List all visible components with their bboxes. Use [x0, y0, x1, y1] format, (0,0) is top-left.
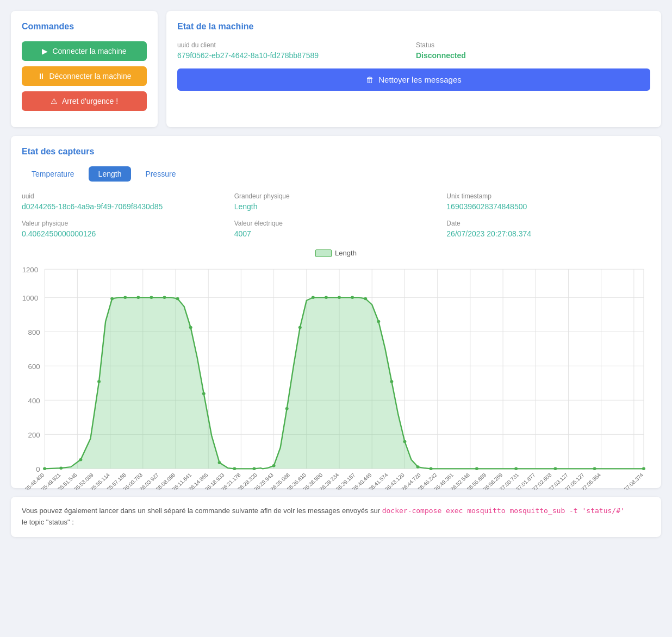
- svg-text:800: 800: [28, 328, 40, 336]
- date-block: Date 26/07/2023 20:27:08.374: [446, 220, 650, 238]
- svg-point-53: [325, 296, 328, 299]
- valeur-physique-value: 0.4062450000000126: [22, 229, 226, 238]
- legend-label: Length: [335, 249, 357, 257]
- svg-point-64: [553, 467, 557, 471]
- trash-icon: 🗑: [366, 75, 374, 84]
- svg-point-62: [475, 467, 478, 471]
- svg-point-59: [403, 440, 406, 444]
- svg-point-61: [430, 467, 433, 471]
- uuid-value: 679f0562-eb27-4642-8a10-fd278bb87589: [177, 51, 412, 60]
- commands-card: Commandes ▶ Connecter la machine ⏸ Décon…: [11, 11, 158, 127]
- svg-point-54: [338, 296, 341, 299]
- svg-point-37: [97, 380, 101, 383]
- chart-legend: Length: [22, 249, 650, 257]
- svg-point-63: [514, 467, 518, 471]
- svg-point-36: [79, 458, 82, 461]
- svg-point-60: [416, 465, 420, 469]
- date-label: Date: [446, 220, 650, 227]
- machine-info-grid: uuid du client 679f0562-eb27-4642-8a10-f…: [177, 41, 650, 60]
- status-block: Status Disconnected: [416, 41, 650, 60]
- svg-point-40: [136, 296, 140, 299]
- svg-point-44: [189, 326, 192, 329]
- valeur-electrique-label: Valeur électrique: [234, 220, 438, 227]
- svg-point-52: [312, 296, 315, 299]
- svg-text:1000: 1000: [22, 294, 38, 302]
- svg-text:600: 600: [28, 363, 40, 370]
- svg-point-45: [202, 392, 206, 395]
- commands-title: Commandes: [22, 22, 147, 32]
- svg-point-35: [59, 466, 63, 470]
- sensors-card: Etat des capteurs Temperature Length Pre…: [11, 136, 661, 488]
- svg-point-50: [285, 407, 289, 410]
- svg-text:0: 0: [36, 465, 40, 473]
- clear-messages-button[interactable]: 🗑 Nettoyer les messages: [177, 68, 650, 91]
- svg-point-34: [43, 467, 46, 471]
- svg-point-57: [377, 320, 380, 323]
- connect-button[interactable]: ▶ Connecter la machine: [22, 41, 147, 61]
- svg-point-65: [593, 467, 596, 471]
- footer-command: docker-compose exec mosquitto mosquitto_…: [382, 507, 625, 515]
- chart-container: Length 0 200 400 600 800 1000 1200: [22, 249, 650, 477]
- legend-color-box: [315, 249, 332, 257]
- svg-point-39: [123, 296, 127, 299]
- date-value: 26/07/2023 20:27:08.374: [446, 229, 650, 238]
- svg-point-48: [252, 467, 256, 471]
- sensors-title: Etat des capteurs: [22, 147, 650, 157]
- sensor-uuid-block: uuid d0244265-18c6-4a9a-9f49-7069f8430d8…: [22, 192, 226, 211]
- length-chart: 0 200 400 600 800 1000 1200: [22, 261, 650, 490]
- svg-text:200: 200: [28, 431, 40, 439]
- svg-point-55: [351, 296, 354, 299]
- svg-point-43: [176, 297, 179, 301]
- sensor-info-grid: uuid d0244265-18c6-4a9a-9f49-7069f8430d8…: [22, 192, 650, 238]
- warning-icon: ⚠: [51, 97, 58, 105]
- footer-text-before: Vous pouvez également lancer dans un she…: [22, 507, 382, 515]
- tab-length[interactable]: Length: [89, 166, 132, 182]
- timestamp-block: Unix timestamp 1690396028374848500: [446, 192, 650, 211]
- svg-point-56: [364, 297, 367, 301]
- svg-point-66: [642, 467, 645, 471]
- svg-point-42: [163, 296, 166, 299]
- valeur-electrique-value: 4007: [234, 229, 438, 238]
- machine-card: Etat de la machine uuid du client 679f05…: [166, 11, 661, 127]
- uuid-label: uuid du client: [177, 41, 412, 49]
- machine-title: Etat de la machine: [177, 22, 650, 32]
- uuid-block: uuid du client 679f0562-eb27-4642-8a10-f…: [177, 41, 412, 60]
- timestamp-label: Unix timestamp: [446, 192, 650, 200]
- tab-pressure[interactable]: Pressure: [135, 166, 185, 182]
- grandeur-label: Grandeur physique: [234, 192, 438, 200]
- svg-text:20:27:08.374: 20:27:08.374: [617, 472, 645, 490]
- status-value: Disconnected: [416, 51, 650, 60]
- svg-point-46: [218, 461, 221, 465]
- play-icon: ▶: [42, 47, 48, 55]
- grandeur-value: Length: [234, 202, 438, 211]
- svg-text:400: 400: [28, 397, 40, 404]
- grandeur-block: Grandeur physique Length: [234, 192, 438, 211]
- x-axis-labels: 20:25:48.400 20:25:49.921 20:25:51.546 2…: [22, 472, 645, 490]
- valeur-physique-block: Valeur physique 0.4062450000000126: [22, 220, 226, 238]
- emergency-button[interactable]: ⚠ Arret d'urgence !: [22, 91, 147, 111]
- svg-point-58: [390, 380, 393, 383]
- chart-area-fill: [45, 297, 644, 469]
- svg-text:1200: 1200: [22, 266, 38, 273]
- footer-text-after: le topic "status" :: [22, 518, 74, 526]
- sensor-uuid-label: uuid: [22, 192, 226, 200]
- footer-card: Vous pouvez également lancer dans un she…: [11, 497, 661, 537]
- sensor-tabs: Temperature Length Pressure: [22, 166, 650, 182]
- valeur-electrique-block: Valeur électrique 4007: [234, 220, 438, 238]
- tab-temperature[interactable]: Temperature: [22, 166, 84, 182]
- sensor-uuid-value: d0244265-18c6-4a9a-9f49-7069f8430d85: [22, 202, 226, 211]
- disconnect-button[interactable]: ⏸ Déconnecter la machine: [22, 66, 147, 86]
- valeur-physique-label: Valeur physique: [22, 220, 226, 227]
- pause-icon: ⏸: [38, 72, 45, 80]
- svg-point-51: [298, 326, 302, 329]
- timestamp-value: 1690396028374848500: [446, 202, 650, 211]
- status-label: Status: [416, 41, 650, 49]
- svg-point-47: [233, 467, 236, 471]
- svg-point-38: [110, 297, 114, 301]
- svg-point-41: [150, 296, 153, 299]
- svg-point-49: [272, 464, 276, 467]
